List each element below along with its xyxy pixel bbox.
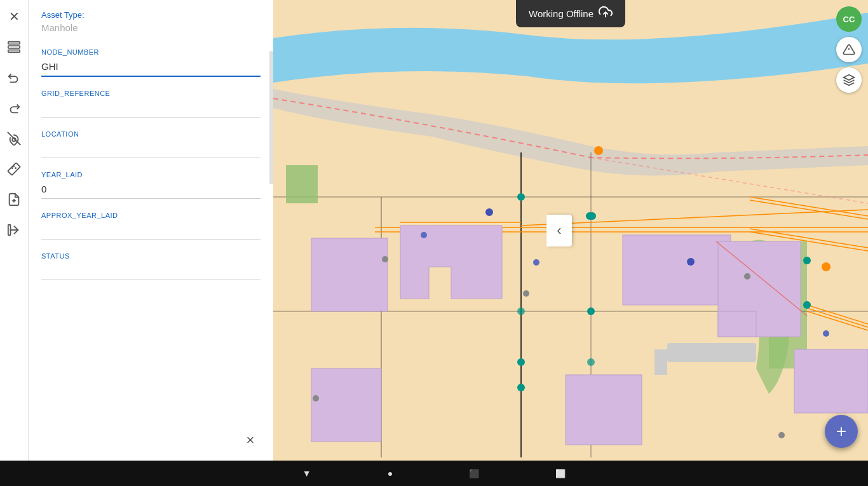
svg-marker-68	[844, 75, 855, 80]
cloud-upload-icon	[599, 5, 613, 22]
node-number-label: NODE_NUMBER	[41, 48, 261, 56]
svg-rect-33	[623, 235, 731, 305]
nav-home-icon[interactable]: ●	[388, 468, 393, 478]
svg-rect-39	[286, 165, 318, 203]
field-grid-reference: GRID_REFERENCE	[41, 90, 261, 118]
ruler-icon[interactable]	[3, 158, 25, 180]
redo-icon[interactable]	[3, 97, 25, 119]
svg-point-45	[517, 358, 525, 366]
svg-rect-0	[8, 42, 20, 44]
svg-point-56	[778, 432, 785, 438]
svg-point-54	[744, 273, 750, 280]
approx-year-laid-label: APPROX_YEAR_LAID	[41, 212, 261, 219]
status-input[interactable]	[41, 262, 261, 280]
svg-point-47	[517, 384, 525, 391]
close-x-icon[interactable]: ✕	[3, 5, 25, 28]
location-label: LOCATION	[41, 130, 261, 138]
svg-point-60	[533, 259, 539, 266]
svg-rect-35	[718, 311, 756, 337]
svg-rect-14	[667, 343, 756, 362]
sidebar: ✕	[0, 0, 273, 461]
svg-rect-32	[311, 238, 388, 311]
field-node-number: NODE_NUMBER	[41, 48, 261, 77]
field-year-laid: YEAR_LAID	[41, 171, 261, 199]
svg-point-48	[803, 301, 811, 309]
asset-type-value: Manhole	[41, 22, 261, 36]
user-avatar-button[interactable]: CC	[836, 6, 862, 32]
svg-rect-2	[8, 50, 20, 53]
map-area[interactable]: ‹ Working Offline CC	[273, 0, 868, 461]
layers-button[interactable]	[836, 67, 862, 93]
svg-rect-5	[8, 163, 20, 175]
svg-point-41	[588, 212, 596, 220]
grid-reference-input[interactable]	[41, 100, 261, 118]
svg-rect-1	[8, 46, 20, 48]
svg-point-50	[594, 146, 603, 155]
svg-point-55	[313, 395, 319, 402]
svg-rect-37	[566, 375, 642, 445]
svg-point-51	[822, 262, 831, 271]
svg-point-44	[517, 307, 525, 315]
grid-reference-label: GRID_REFERENCE	[41, 90, 261, 97]
svg-point-42	[517, 193, 525, 201]
location-off-icon[interactable]	[3, 127, 25, 150]
svg-point-59	[421, 232, 427, 238]
svg-point-62	[823, 330, 829, 337]
status-label: STATUS	[41, 252, 261, 260]
svg-rect-11	[8, 225, 11, 236]
export-icon[interactable]	[3, 219, 25, 241]
form-panel: Asset Type: Manhole NODE_NUMBER GRID_REF…	[29, 0, 273, 461]
map-controls: CC	[836, 6, 862, 93]
nav-keyboard-icon[interactable]: ⬛	[469, 469, 479, 478]
nav-back-icon[interactable]: ▼	[302, 468, 311, 478]
svg-rect-38	[794, 349, 868, 413]
svg-rect-15	[654, 349, 667, 375]
svg-point-4	[12, 138, 16, 142]
warning-button[interactable]	[836, 37, 862, 62]
doc-plus-icon[interactable]	[3, 188, 25, 211]
svg-point-53	[523, 290, 529, 297]
asset-type-label: Asset Type:	[41, 10, 261, 20]
offline-banner: Working Offline	[516, 0, 625, 27]
svg-point-43	[587, 307, 595, 315]
svg-rect-36	[311, 368, 381, 442]
undo-icon[interactable]	[3, 66, 25, 89]
year-laid-label: YEAR_LAID	[41, 171, 261, 179]
android-nav-bar: ▼ ● ⬛ ⬜	[0, 461, 868, 486]
offline-text: Working Offline	[529, 8, 593, 19]
icon-rail: ✕	[0, 0, 29, 461]
close-button[interactable]: ×	[240, 430, 261, 450]
field-approx-year-laid: APPROX_YEAR_LAID	[41, 212, 261, 240]
approx-year-laid-input[interactable]	[41, 222, 261, 240]
node-number-input[interactable]	[41, 58, 261, 77]
location-input[interactable]	[41, 140, 261, 158]
field-status: STATUS	[41, 252, 261, 280]
field-location: LOCATION	[41, 130, 261, 158]
layers-panel-icon[interactable]	[3, 36, 25, 58]
svg-point-61	[687, 258, 695, 266]
year-laid-input[interactable]	[41, 181, 261, 199]
back-button[interactable]: ‹	[546, 215, 572, 246]
svg-point-52	[382, 256, 388, 262]
fab-add-button[interactable]: +	[825, 415, 858, 448]
svg-point-49	[803, 257, 811, 264]
svg-point-58	[485, 208, 493, 216]
svg-point-46	[587, 358, 595, 366]
nav-recent-icon[interactable]: ⬜	[555, 469, 566, 478]
